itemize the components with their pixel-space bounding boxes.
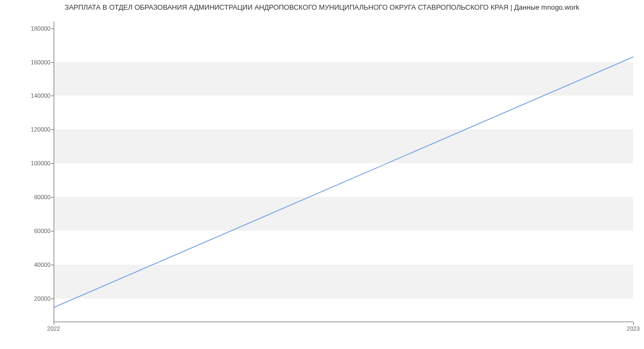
y-tick-mark: [51, 197, 54, 198]
chart-title: ЗАРПЛАТА В ОТДЕЛ ОБРАЗОВАНИЯ АДМИНИСТРАЦ…: [0, 3, 644, 11]
y-tick-mark: [51, 163, 54, 164]
series-line: [54, 57, 633, 307]
y-tick-label: 180000: [18, 25, 50, 32]
y-tick-mark: [51, 231, 54, 231]
plot-area: [54, 21, 633, 322]
y-tick-label: 80000: [18, 194, 50, 200]
x-tick-mark: [633, 322, 634, 325]
x-tick-label: 2022: [47, 325, 60, 332]
y-tick-mark: [51, 62, 54, 63]
y-tick-label: 140000: [18, 92, 50, 99]
x-tick-mark: [54, 322, 54, 325]
y-tick-label: 120000: [18, 126, 50, 133]
chart-container: ЗАРПЛАТА В ОТДЕЛ ОБРАЗОВАНИЯ АДМИНИСТРАЦ…: [0, 0, 644, 349]
x-tick-label: 2023: [627, 325, 640, 332]
y-tick-label: 60000: [18, 228, 50, 234]
line-series: [54, 21, 633, 322]
y-tick-label: 160000: [18, 59, 50, 66]
y-tick-mark: [51, 265, 54, 265]
y-tick-mark: [51, 299, 54, 299]
y-tick-mark: [51, 96, 54, 96]
y-tick-mark: [51, 129, 54, 130]
y-tick-label: 100000: [18, 160, 50, 166]
y-tick-mark: [51, 28, 54, 29]
y-tick-label: 40000: [18, 261, 50, 268]
y-tick-label: 20000: [18, 295, 50, 302]
